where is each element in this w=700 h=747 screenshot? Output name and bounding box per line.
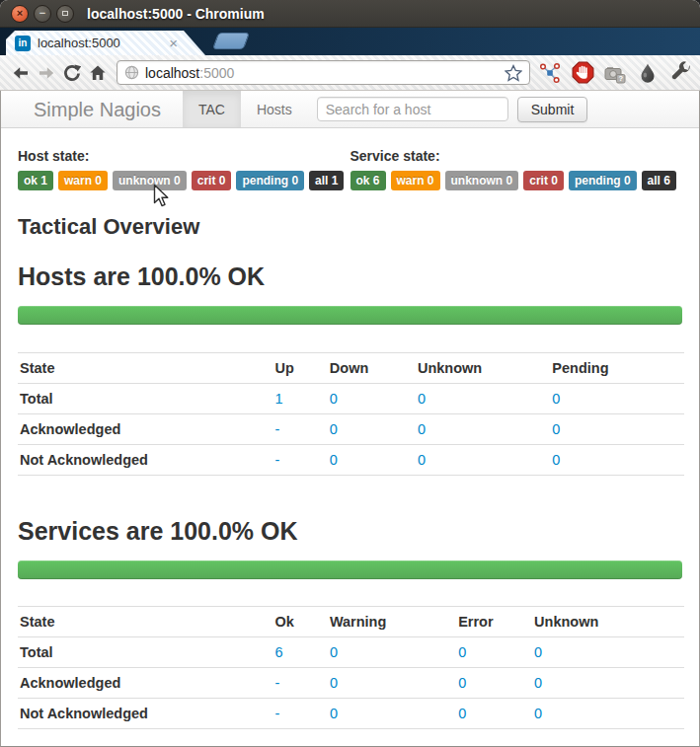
- service-badge-crit: crit 0: [523, 171, 564, 190]
- site-navbar: Simple Nagios TAC Hosts Submit: [1, 91, 699, 128]
- service-state-title: Service state:: [350, 148, 683, 164]
- count-link[interactable]: 0: [330, 706, 338, 721]
- search-submit-button[interactable]: Submit: [517, 97, 588, 122]
- cell-link[interactable]: 0: [328, 384, 416, 414]
- cell-link[interactable]: 6: [273, 637, 328, 668]
- services-col-ok: Ok: [273, 607, 328, 637]
- back-button[interactable]: [8, 60, 34, 86]
- cell-link[interactable]: 0: [532, 637, 684, 668]
- reload-button[interactable]: [59, 60, 85, 86]
- adblock-extension-button[interactable]: [571, 61, 594, 85]
- count-link[interactable]: 0: [418, 391, 426, 407]
- table-row: Not Acknowledged - 0 0 0: [18, 699, 684, 729]
- cell-link[interactable]: 0: [328, 637, 456, 668]
- cell-link[interactable]: 0: [532, 699, 684, 729]
- proxy-extension-button[interactable]: [538, 61, 562, 85]
- reload-icon: [62, 63, 82, 83]
- cell-link[interactable]: 0: [456, 668, 532, 699]
- host-search-input[interactable]: [317, 97, 508, 121]
- count-link[interactable]: 0: [534, 675, 542, 691]
- stop-hand-icon: [572, 61, 594, 84]
- cell-link[interactable]: 0: [416, 445, 550, 476]
- nav-item-hosts[interactable]: Hosts: [241, 91, 308, 127]
- count-link[interactable]: 0: [330, 391, 338, 407]
- settings-wrench-button[interactable]: [668, 61, 692, 85]
- camera-question-icon: ?: [603, 61, 627, 85]
- title-bar: × − localhost:5000 - Chromium: [0, 0, 700, 28]
- nav-item-tac[interactable]: TAC: [183, 91, 241, 127]
- services-table-header: State Ok Warning Error Unknown: [18, 607, 684, 637]
- services-col-state: State: [18, 607, 273, 637]
- service-state-panel: Service state: ok 6 warn 0 unknown 0 cri…: [350, 148, 683, 190]
- cell-link[interactable]: 0: [328, 414, 416, 445]
- browser-tab[interactable]: in localhost:5000 ×: [6, 31, 205, 55]
- droplet-extension-button[interactable]: [636, 61, 660, 85]
- count-link[interactable]: 0: [458, 675, 466, 691]
- services-progress-fill: [18, 560, 682, 579]
- cell-link[interactable]: 0: [456, 637, 532, 668]
- cell-link[interactable]: 0: [550, 414, 684, 445]
- row-label: Not Acknowledged: [18, 699, 273, 729]
- droplet-icon: [637, 62, 659, 84]
- count-link[interactable]: 0: [552, 421, 560, 437]
- hosts-progress-fill: [18, 306, 682, 325]
- host-badge-unknown: unknown 0: [113, 171, 187, 190]
- table-row: Acknowledged - 0 0 0: [18, 668, 684, 699]
- favicon-icon: in: [15, 36, 31, 51]
- tab-strip: in localhost:5000 ×: [0, 28, 700, 55]
- forward-button[interactable]: [34, 60, 59, 86]
- hosts-table-header: State Up Down Unknown Pending: [18, 353, 684, 384]
- services-col-error: Error: [456, 607, 532, 637]
- count-link[interactable]: 0: [330, 644, 338, 660]
- count-link[interactable]: 0: [330, 675, 338, 691]
- cell-link[interactable]: 0: [550, 384, 684, 414]
- window-maximize-button[interactable]: [56, 5, 74, 23]
- count-link[interactable]: 0: [418, 421, 426, 437]
- count-link[interactable]: 6: [275, 644, 283, 660]
- count-link[interactable]: 0: [330, 452, 338, 468]
- count-link[interactable]: 0: [552, 391, 560, 407]
- count-link[interactable]: 0: [418, 452, 426, 468]
- cell-link[interactable]: 0: [328, 445, 416, 476]
- bookmark-star-button[interactable]: [505, 64, 522, 82]
- home-button[interactable]: [85, 60, 111, 86]
- row-label: Acknowledged: [18, 668, 273, 699]
- row-label: Not Acknowledged: [18, 445, 273, 476]
- cell-link[interactable]: 0: [328, 699, 456, 729]
- hosts-col-state: State: [18, 353, 273, 384]
- count-link[interactable]: 0: [552, 452, 560, 468]
- services-section-heading: Services are 100.0% OK: [18, 517, 682, 546]
- hosts-col-down: Down: [328, 353, 416, 384]
- services-col-unknown: Unknown: [532, 607, 684, 637]
- count-link[interactable]: 1: [275, 391, 283, 407]
- window-minimize-button[interactable]: −: [34, 5, 51, 23]
- screenshot-extension-button[interactable]: ?: [603, 61, 627, 85]
- cell-link[interactable]: 0: [328, 668, 456, 699]
- count-link[interactable]: 0: [330, 421, 338, 437]
- cell-link[interactable]: 0: [416, 414, 550, 445]
- count-link[interactable]: 0: [458, 706, 466, 721]
- tab-close-icon[interactable]: ×: [169, 36, 178, 50]
- minimize-icon: −: [39, 8, 45, 19]
- cell-link[interactable]: 0: [532, 668, 684, 699]
- row-label: Total: [18, 384, 273, 414]
- count-link[interactable]: 0: [534, 644, 542, 660]
- cell-link[interactable]: 0: [456, 699, 532, 729]
- window-close-button[interactable]: ×: [11, 5, 29, 23]
- brand: Simple Nagios: [1, 91, 183, 127]
- page-title: Tactical Overview: [18, 214, 682, 240]
- cell-link[interactable]: 0: [416, 384, 550, 414]
- forward-icon: [37, 63, 56, 83]
- hosts-progress-bar: [18, 306, 682, 325]
- cell-link[interactable]: 0: [550, 445, 684, 476]
- service-badge-ok: ok 6: [350, 171, 386, 190]
- service-state-badges: ok 6 warn 0 unknown 0 crit 0 pending 0 a…: [350, 171, 683, 190]
- wrench-icon: [669, 61, 692, 84]
- url-bar[interactable]: localhost:5000: [117, 60, 530, 85]
- count-link[interactable]: 0: [534, 706, 542, 721]
- network-icon: [539, 62, 561, 84]
- cell-link[interactable]: 1: [273, 384, 328, 414]
- cell-dash: -: [273, 414, 328, 445]
- count-link[interactable]: 0: [458, 644, 466, 660]
- new-tab-button[interactable]: [212, 33, 250, 49]
